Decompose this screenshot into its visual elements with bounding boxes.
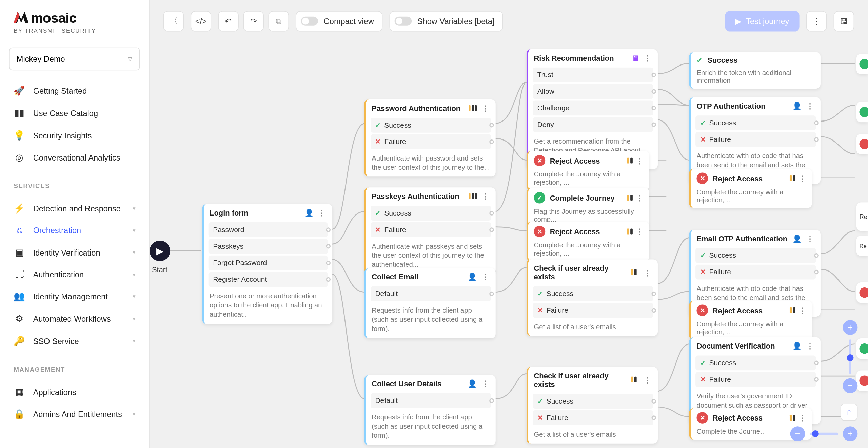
test-journey-button[interactable]: ▶ Test journey — [725, 11, 800, 32]
dots-icon[interactable]: ⋮ — [805, 342, 815, 350]
nav-authentication[interactable]: ⛶Authentication▾ — [0, 263, 149, 285]
node-collect-email[interactable]: Collect Email 👤⋮ Default Requests info f… — [364, 268, 495, 338]
dots-icon[interactable]: ⋮ — [480, 192, 490, 201]
output-port[interactable] — [651, 308, 656, 313]
nav-identity-management[interactable]: 👥Identity Management▾ — [0, 285, 149, 307]
output-port[interactable] — [326, 244, 331, 248]
output-port[interactable] — [814, 361, 818, 365]
node-reject-access[interactable]: ✕Reject Access⋮ Complete the Journey wit… — [527, 222, 649, 261]
nav-applications[interactable]: ▦Applications — [0, 381, 149, 403]
dots-icon[interactable]: ⋮ — [480, 379, 490, 388]
journey-canvas[interactable]: ▶ Start Login form 👤⋮ Password Passkeys … — [150, 42, 868, 448]
node-password-auth[interactable]: Password Authentication ⋮ ✓Success ✕Fail… — [364, 99, 495, 177]
node-cutoff[interactable]: FL — [856, 338, 868, 359]
node-cutoff[interactable]: FL — [856, 102, 868, 123]
slider-thumb[interactable] — [847, 354, 853, 361]
nav-conversational-analytics[interactable]: ◎Conversational Analytics — [0, 146, 149, 169]
option-passkeys[interactable]: Passkeys — [209, 239, 328, 254]
output-port[interactable] — [651, 399, 656, 403]
output-port[interactable] — [651, 415, 656, 420]
output-port[interactable] — [326, 227, 331, 232]
branch-failure[interactable]: ✕Failure — [533, 303, 653, 318]
dots-icon[interactable]: ⋮ — [643, 268, 652, 277]
more-button[interactable]: ⋮ — [806, 11, 827, 32]
dots-icon[interactable]: ⋮ — [805, 102, 815, 110]
option-deny[interactable]: Deny — [533, 117, 653, 132]
save-button[interactable]: 🖫 — [834, 11, 854, 32]
node-reject-access[interactable]: ✕Reject Access⋮ Complete the Journey wit… — [689, 169, 812, 208]
nav-admins-entitlements[interactable]: 🔒Admins And Entitlements▾ — [0, 403, 149, 425]
node-reject-access[interactable]: ✕Reject Access⋮ Complete the Journey wit… — [527, 151, 649, 190]
node-passkeys-auth[interactable]: Passkeys Authentication ⋮ ✓Success ✕Fail… — [364, 187, 495, 274]
start-node[interactable]: ▶ — [150, 241, 170, 261]
output-port[interactable] — [326, 261, 331, 265]
output-port[interactable] — [489, 123, 494, 127]
output-port[interactable] — [651, 122, 656, 127]
output-port[interactable] — [814, 120, 818, 125]
option-register-account[interactable]: Register Account — [209, 272, 328, 287]
node-check-user-exists[interactable]: Check if user already exists ⋮ ✓Success … — [527, 260, 658, 336]
branch-success[interactable]: ✓Success — [371, 118, 491, 133]
dots-icon[interactable]: ⋮ — [799, 413, 806, 422]
node-cutoff[interactable]: Co — [856, 282, 868, 303]
dots-icon[interactable]: ⋮ — [636, 193, 644, 202]
output-port[interactable] — [814, 270, 818, 274]
dots-icon[interactable]: ⋮ — [643, 54, 652, 62]
undo-button[interactable]: ↶ — [218, 11, 239, 32]
output-port[interactable] — [651, 73, 656, 77]
nav-sso-service[interactable]: 🔑SSO Service▾ — [0, 330, 149, 352]
output-port[interactable] — [489, 139, 494, 144]
branch-success[interactable]: ✓Success — [533, 286, 653, 301]
nav-getting-started[interactable]: 🚀Getting Started — [0, 79, 149, 102]
node-login-form[interactable]: Login form 👤⋮ Password Passkeys Forgot P… — [202, 204, 332, 324]
zoom-slider[interactable] — [810, 433, 838, 435]
option-forgot-password[interactable]: Forgot Password — [209, 256, 328, 270]
recenter-button[interactable]: ⌂ — [841, 404, 858, 421]
branch-failure[interactable]: ✕Failure — [371, 134, 491, 149]
branch-failure[interactable]: ✕Failure — [695, 132, 816, 147]
slider-thumb[interactable] — [812, 430, 819, 437]
branch-failure[interactable]: ✕Failure — [533, 410, 653, 425]
branch-success[interactable]: ✓Success — [695, 248, 816, 263]
node-collect-user-details[interactable]: Collect User Details 👤⋮ Default Requests… — [364, 375, 495, 445]
branch-failure[interactable]: ✕Failure — [371, 222, 491, 237]
dots-icon[interactable]: ⋮ — [480, 104, 490, 112]
output-port[interactable] — [814, 137, 818, 142]
zoom-out-button[interactable]: − — [790, 426, 805, 441]
nav-orchestration[interactable]: ⎌Orchestration▾ — [0, 220, 149, 241]
nav-security-insights[interactable]: 💡Security Insights — [0, 124, 149, 146]
branch-failure[interactable]: ✕Failure — [695, 265, 816, 280]
node-success-enrich[interactable]: ✓Success Enrich the token with additiona… — [689, 52, 821, 89]
node-cutoff[interactable]: Re — [856, 202, 868, 231]
dots-icon[interactable]: ⋮ — [317, 209, 327, 217]
copy-button[interactable]: ⧉ — [268, 11, 289, 32]
zoom-in-button[interactable]: + — [843, 426, 858, 441]
output-port[interactable] — [814, 377, 818, 381]
dots-icon[interactable]: ⋮ — [799, 174, 806, 183]
option-default[interactable]: Default — [371, 393, 491, 408]
zoom-in-button[interactable]: + — [843, 320, 858, 335]
option-allow[interactable]: Allow — [533, 84, 653, 99]
back-button[interactable]: 〈 — [163, 11, 184, 32]
branch-success[interactable]: ✓Success — [371, 206, 491, 221]
zoom-out-button[interactable]: − — [843, 378, 858, 393]
dots-icon[interactable]: ⋮ — [799, 306, 806, 315]
output-port[interactable] — [326, 277, 331, 282]
output-port[interactable] — [651, 89, 656, 94]
nav-automated-workflows[interactable]: ⚙Automated Workflows▾ — [0, 307, 149, 330]
option-password[interactable]: Password — [209, 222, 328, 237]
dots-icon[interactable]: ⋮ — [636, 156, 644, 165]
node-cutoff[interactable]: Co — [856, 134, 868, 154]
node-check-user-exists[interactable]: Check if user already exists ⋮ ✓Success … — [527, 367, 658, 444]
node-cutoff[interactable]: Re — [856, 236, 868, 256]
output-port[interactable] — [489, 292, 494, 296]
nav-detection-response[interactable]: ⚡Detection and Response▾ — [0, 197, 149, 220]
node-cutoff[interactable]: FL — [856, 54, 868, 74]
branch-success[interactable]: ✓Success — [533, 394, 653, 409]
dots-icon[interactable]: ⋮ — [805, 234, 815, 243]
dots-icon[interactable]: ⋮ — [643, 376, 652, 384]
node-cutoff[interactable]: Co — [856, 370, 868, 391]
nav-use-case-catalog[interactable]: ▮▮Use Case Catalog — [0, 102, 149, 124]
redo-button[interactable]: ↷ — [243, 11, 264, 32]
show-variables-toggle[interactable]: Show Variables [beta] — [389, 11, 503, 32]
